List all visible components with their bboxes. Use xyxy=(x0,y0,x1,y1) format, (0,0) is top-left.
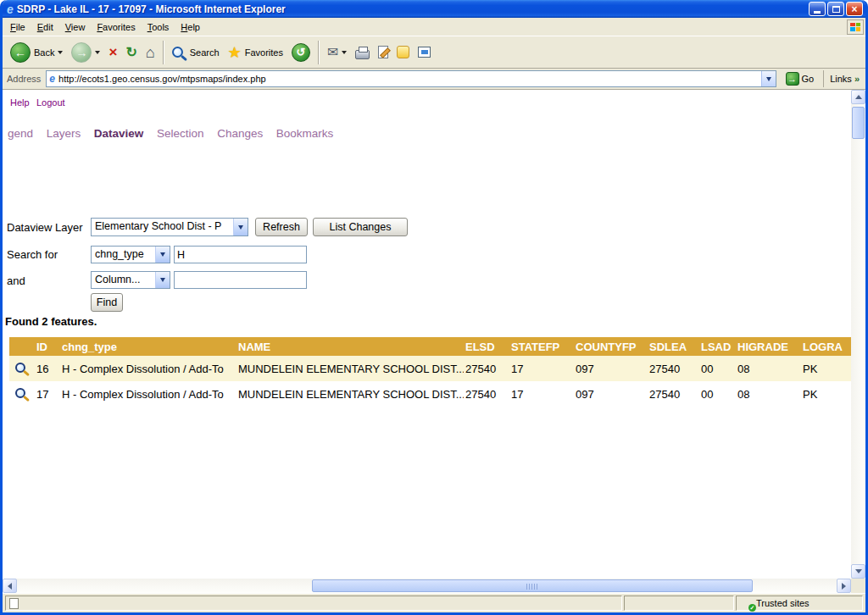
links-button[interactable]: Links » xyxy=(823,70,861,87)
status-main-panel xyxy=(5,596,622,611)
close-button[interactable]: × xyxy=(846,2,863,16)
discuss-icon xyxy=(418,47,431,58)
back-dropdown-icon[interactable] xyxy=(58,51,63,54)
results-count-text: Found 2 features. xyxy=(5,315,97,328)
col-header-countyfp: COUNTYFP xyxy=(574,337,648,356)
forward-button[interactable]: → xyxy=(67,39,104,66)
col-header-lsad: LSAD xyxy=(699,337,736,356)
search-value-input[interactable] xyxy=(174,246,307,263)
messenger-button[interactable] xyxy=(392,39,414,66)
cell-lsad: 00 xyxy=(699,381,736,407)
nav-dataview[interactable]: Dataview xyxy=(94,127,144,140)
help-link[interactable]: Help xyxy=(10,97,30,108)
stop-button[interactable]: × xyxy=(104,39,121,66)
browser-window: e SDRP - Lake IL - 17 - 17097 - Microsof… xyxy=(0,0,868,615)
menu-tools[interactable]: Tools xyxy=(142,19,175,35)
scroll-down-button[interactable] xyxy=(851,564,865,579)
address-input[interactable] xyxy=(58,72,760,86)
favorites-label: Favorites xyxy=(245,47,283,58)
cell-zoom xyxy=(9,381,35,407)
cell-higrade: 08 xyxy=(736,356,801,381)
nav-bookmarks[interactable]: Bookmarks xyxy=(276,127,334,140)
mail-dropdown-icon[interactable] xyxy=(342,51,347,54)
status-bar: ✓ Trusted sites xyxy=(3,593,865,612)
maximize-button[interactable] xyxy=(827,2,844,16)
menu-help[interactable]: Help xyxy=(175,19,206,35)
select-arrow-button[interactable] xyxy=(155,272,170,288)
table-row: 16 H - Complex Dissolution / Add-To MUND… xyxy=(9,356,851,381)
select-arrow-button[interactable] xyxy=(155,247,170,263)
and-value-input[interactable] xyxy=(174,271,307,289)
dataview-layer-value: Elementary School Dist - P xyxy=(92,219,233,235)
col-header-elsd: ELSD xyxy=(464,337,509,356)
cell-countyfp: 097 xyxy=(574,381,648,407)
cell-name: MUNDELEIN ELEMENTARY SCHOOL DIST... xyxy=(236,356,464,381)
address-dropdown-button[interactable] xyxy=(761,71,776,86)
menu-edit[interactable]: Edit xyxy=(31,19,59,35)
chevron-down-icon xyxy=(238,225,243,230)
cell-id: 17 xyxy=(35,381,60,407)
cell-zoom xyxy=(9,356,35,381)
go-icon: → xyxy=(786,72,799,86)
vertical-scrollbar[interactable] xyxy=(851,90,865,579)
menu-bar: File Edit View Favorites Tools Help xyxy=(3,18,865,36)
go-button[interactable]: → Go xyxy=(782,69,819,88)
col-header-sdlea: SDLEA xyxy=(648,337,699,356)
scroll-right-button[interactable] xyxy=(837,579,851,593)
dataview-layer-select[interactable]: Elementary School Dist - P xyxy=(91,218,248,236)
find-button[interactable]: Find xyxy=(91,293,123,312)
home-button[interactable]: ⌂ xyxy=(142,39,159,66)
favorites-button[interactable]: ★ Favorites xyxy=(224,39,287,66)
zoom-feature-icon[interactable] xyxy=(15,388,25,398)
print-button[interactable] xyxy=(351,39,374,66)
menu-file[interactable]: File xyxy=(4,19,31,35)
back-button[interactable]: ← Back xyxy=(6,39,67,66)
refresh-button[interactable]: ↻ xyxy=(121,39,141,66)
horizontal-scrollbar[interactable] xyxy=(3,579,851,593)
nav-layers[interactable]: Layers xyxy=(47,127,81,140)
and-column-select[interactable]: Column... xyxy=(91,271,170,289)
forward-dropdown-icon[interactable] xyxy=(95,51,100,54)
edit-button[interactable] xyxy=(374,39,392,66)
cell-higrade: 08 xyxy=(736,381,801,407)
table-row: 17 H - Complex Dissolution / Add-To MUND… xyxy=(9,381,851,407)
page-favicon-icon: e xyxy=(49,73,55,85)
print-icon xyxy=(355,50,370,59)
menu-view[interactable]: View xyxy=(59,19,92,35)
cell-name: MUNDELEIN ELEMENTARY SCHOOL DIST... xyxy=(236,381,464,407)
scroll-left-button[interactable] xyxy=(3,579,17,593)
search-column-select[interactable]: chng_type xyxy=(91,246,170,263)
minimize-button[interactable] xyxy=(809,2,826,16)
links-chevron-icon: » xyxy=(854,74,860,84)
select-arrow-button[interactable] xyxy=(233,219,248,235)
web-page: Help Logout gend Layers Dataview Selecti… xyxy=(3,90,851,579)
vertical-scroll-thumb[interactable] xyxy=(852,107,865,139)
chevron-down-icon xyxy=(160,278,165,282)
nav-changes[interactable]: Changes xyxy=(217,127,263,140)
nav-legend[interactable]: gend xyxy=(8,127,33,140)
refresh-layer-button[interactable]: Refresh xyxy=(255,218,308,236)
discuss-button[interactable] xyxy=(414,39,435,66)
logout-link[interactable]: Logout xyxy=(36,97,65,108)
title-bar: e SDRP - Lake IL - 17 - 17097 - Microsof… xyxy=(3,0,865,18)
search-button[interactable]: Search xyxy=(168,39,224,66)
history-button[interactable]: ↺ xyxy=(287,39,314,66)
mail-button[interactable]: ✉ xyxy=(323,39,351,66)
cell-id: 16 xyxy=(35,356,60,381)
horizontal-scroll-thumb[interactable] xyxy=(312,579,753,592)
scroll-up-button[interactable] xyxy=(851,90,865,104)
zoom-feature-icon[interactable] xyxy=(15,363,25,373)
menu-favorites[interactable]: Favorites xyxy=(91,19,141,35)
back-icon: ← xyxy=(10,42,31,63)
results-table: ID chng_type NAME ELSD STATEFP COUNTYFP … xyxy=(9,337,851,407)
cell-statefp: 17 xyxy=(509,356,574,381)
windows-logo-icon xyxy=(847,19,864,35)
security-zone-label: Trusted sites xyxy=(756,598,810,608)
search-column-value: chng_type xyxy=(92,247,155,263)
nav-selection[interactable]: Selection xyxy=(157,127,204,140)
list-changes-button[interactable]: List Changes xyxy=(313,218,408,236)
refresh-icon: ↻ xyxy=(125,44,136,60)
home-icon: ⌂ xyxy=(146,45,155,60)
cell-lograde: PK xyxy=(801,356,851,381)
page-nav: gend Layers Dataview Selection Changes B… xyxy=(8,127,343,140)
